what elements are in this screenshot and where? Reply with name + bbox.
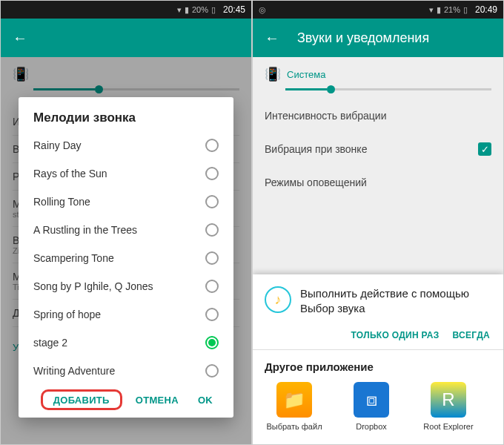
action-sheet: ♪ Выполнить действие с помощью Выбор зву… xyxy=(253,274,503,444)
app-label: Dropbox xyxy=(356,422,387,431)
ringtone-label: Rays of the Sun xyxy=(33,168,107,179)
app-item[interactable]: ⧈Dropbox xyxy=(342,382,401,431)
radio-icon[interactable] xyxy=(205,364,219,378)
ringtone-item[interactable]: Rainy Day xyxy=(33,131,219,159)
vibration-intensity-row[interactable]: Интенсивность вибрации xyxy=(253,99,503,132)
vibrate-on-call-row[interactable]: Вибрация при звонке ✓ xyxy=(253,132,503,166)
radio-icon[interactable] xyxy=(205,167,219,180)
status-bar: ▾ ▮ 20% ▯ 20:45 xyxy=(1,1,251,19)
battery-pct: 21% xyxy=(444,5,460,14)
radio-icon[interactable] xyxy=(205,308,219,321)
wifi-icon: ▾ xyxy=(429,5,434,15)
battery-icon: ▯ xyxy=(211,5,216,15)
row-label: Режимы оповещений xyxy=(265,177,367,188)
cancel-button[interactable]: ОТМЕНА xyxy=(130,390,185,410)
status-time: 20:49 xyxy=(475,4,497,15)
ringtone-item[interactable]: Writing Adventure xyxy=(33,357,219,385)
status-time: 20:45 xyxy=(223,4,245,15)
radio-icon[interactable] xyxy=(205,139,219,152)
toolbar: ← xyxy=(1,19,251,57)
signal-icon: ▮ xyxy=(185,5,189,15)
just-once-button[interactable]: ТОЛЬКО ОДИН РАЗ xyxy=(351,330,440,340)
radio-icon[interactable] xyxy=(205,223,219,237)
ok-button[interactable]: OK xyxy=(192,390,219,410)
toolbar-title: Звуки и уведомления xyxy=(297,30,429,46)
radio-icon[interactable] xyxy=(205,195,219,208)
radio-icon[interactable] xyxy=(205,336,219,349)
back-icon[interactable]: ← xyxy=(13,30,27,47)
ringtone-item[interactable]: Rolling Tone xyxy=(33,188,219,216)
app-label: Root Explorer xyxy=(423,422,473,431)
other-app-title: Другое приложение xyxy=(265,360,491,373)
ringtone-label: Song by P Ighile, Q Jones xyxy=(33,280,153,292)
ringtone-label: Rainy Day xyxy=(33,139,82,151)
vibrate-checkbox[interactable]: ✓ xyxy=(478,142,491,156)
ringtone-item[interactable]: A Rustling in the Trees xyxy=(33,216,219,244)
back-icon[interactable]: ← xyxy=(265,30,279,47)
ringtone-item[interactable]: Scampering Tone xyxy=(33,244,219,272)
ringtone-label: Scampering Tone xyxy=(33,252,114,264)
file-icon: 📁 xyxy=(276,382,312,418)
app-item[interactable]: 📁Выбрать файл xyxy=(265,382,324,431)
add-button[interactable]: ДОБАВИТЬ xyxy=(47,390,116,410)
row-label: Интенсивность вибрации xyxy=(265,110,386,122)
dialog-title: Мелодии звонка xyxy=(33,111,219,125)
radio-icon[interactable] xyxy=(205,280,219,293)
always-button[interactable]: ВСЕГДА xyxy=(453,330,490,340)
status-bar: ◎ ▾ ▮ 21% ▯ 20:49 xyxy=(253,1,503,19)
highlight-add: ДОБАВИТЬ xyxy=(41,389,122,410)
ringtone-dialog: Мелодии звонка Rainy DayRays of the SunR… xyxy=(19,97,233,418)
ringtone-list: Rainy DayRays of the SunRolling ToneA Ru… xyxy=(33,131,219,385)
battery-pct: 20% xyxy=(192,5,208,14)
ringtone-item[interactable]: Spring of hope xyxy=(33,300,219,329)
sound-picker-icon: ♪ xyxy=(265,286,291,313)
phone-right: ◎ ▾ ▮ 21% ▯ 20:49 ← Звуки и уведомления … xyxy=(252,0,504,445)
system-volume-slider[interactable] xyxy=(285,88,491,90)
row-label: Вибрация при звонке xyxy=(265,143,367,155)
ringtone-item[interactable]: Rays of the Sun xyxy=(33,159,219,188)
ringtone-label: stage 2 xyxy=(33,337,67,349)
slider-label: Система xyxy=(287,69,325,80)
alert-modes-row[interactable]: Режимы оповещений xyxy=(253,166,503,199)
app-item[interactable]: RRoot Explorer xyxy=(419,382,478,431)
ringtone-item[interactable]: stage 2 xyxy=(33,329,219,357)
app-row: 📁Выбрать файл⧈DropboxRRoot Explorer xyxy=(265,382,491,431)
ringtone-label: Spring of hope xyxy=(33,309,101,320)
toolbar: ← Звуки и уведомления xyxy=(253,19,503,57)
signal-icon: ▮ xyxy=(437,5,441,15)
ringtone-item[interactable]: Song by P Ighile, Q Jones xyxy=(33,272,219,300)
phone-vibrate-icon: 📳 xyxy=(265,66,281,82)
app-label: Выбрать файл xyxy=(266,422,322,431)
root-icon: R xyxy=(431,382,466,418)
spotify-icon: ◎ xyxy=(259,5,266,15)
dropbox-icon: ⧈ xyxy=(354,382,389,418)
wifi-icon: ▾ xyxy=(177,5,182,15)
ringtone-label: Rolling Tone xyxy=(33,196,90,208)
phone-left: ▾ ▮ 20% ▯ 20:45 ← 📳 И В Р Мst ВZi МTi Д … xyxy=(0,0,252,445)
ringtone-label: A Rustling in the Trees xyxy=(33,224,137,236)
radio-icon[interactable] xyxy=(205,251,219,265)
battery-icon: ▯ xyxy=(463,5,468,15)
action-title: Выполнить действие с помощью Выбор звука xyxy=(300,286,491,315)
ringtone-label: Writing Adventure xyxy=(33,365,115,377)
